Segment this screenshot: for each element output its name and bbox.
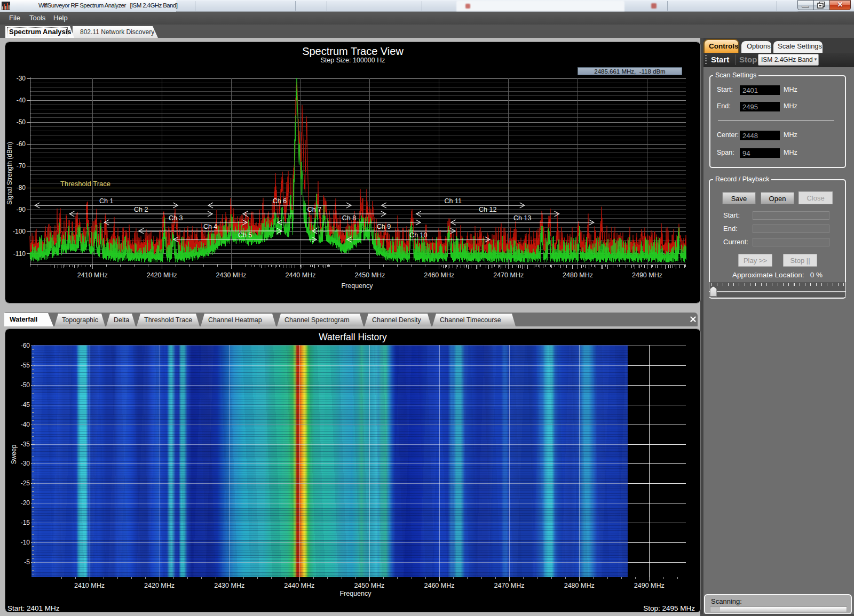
- svg-text:-110: -110: [13, 250, 26, 258]
- svg-text:-70: -70: [17, 162, 26, 170]
- svg-text:Ch 4: Ch 4: [203, 223, 217, 230]
- svg-text:Ch 12: Ch 12: [479, 206, 496, 213]
- svg-text:-50: -50: [17, 118, 26, 126]
- svg-text:Ch 6: Ch 6: [273, 197, 287, 205]
- svg-text:2470 MHz: 2470 MHz: [493, 271, 524, 279]
- svg-text:Frequency: Frequency: [341, 282, 373, 290]
- svg-text:2440 MHz: 2440 MHz: [286, 271, 316, 279]
- svg-text:Ch 10: Ch 10: [409, 231, 427, 239]
- svg-text:-60: -60: [17, 140, 26, 148]
- svg-text:2480 MHz: 2480 MHz: [563, 271, 593, 279]
- svg-text:Ch 1: Ch 1: [99, 197, 113, 205]
- svg-text:2430 MHz: 2430 MHz: [216, 271, 247, 279]
- svg-text:2490 MHz: 2490 MHz: [632, 271, 662, 279]
- svg-text:-40: -40: [17, 97, 26, 104]
- svg-text:Ch 11: Ch 11: [445, 197, 462, 205]
- svg-text:Ch 13: Ch 13: [513, 214, 531, 222]
- svg-text:Ch 8: Ch 8: [342, 214, 356, 222]
- svg-text:Threshold Trace: Threshold Trace: [60, 180, 110, 188]
- svg-text:2420 MHz: 2420 MHz: [147, 271, 177, 279]
- svg-text:-100: -100: [13, 228, 26, 235]
- svg-text:2450 MHz: 2450 MHz: [354, 271, 385, 279]
- svg-text:Ch 5: Ch 5: [238, 231, 252, 239]
- svg-text:-80: -80: [17, 184, 26, 191]
- svg-text:Ch 9: Ch 9: [377, 223, 391, 230]
- svg-text:2460 MHz: 2460 MHz: [424, 271, 454, 279]
- svg-text:Ch 3: Ch 3: [169, 214, 183, 222]
- svg-text:-30: -30: [17, 75, 26, 82]
- svg-text:Ch 7: Ch 7: [307, 206, 321, 213]
- svg-text:Signal Strength (dBm): Signal Strength (dBm): [6, 142, 13, 205]
- svg-text:-90: -90: [17, 206, 26, 213]
- svg-text:Ch 2: Ch 2: [134, 206, 148, 213]
- svg-text:2410 MHz: 2410 MHz: [77, 271, 108, 279]
